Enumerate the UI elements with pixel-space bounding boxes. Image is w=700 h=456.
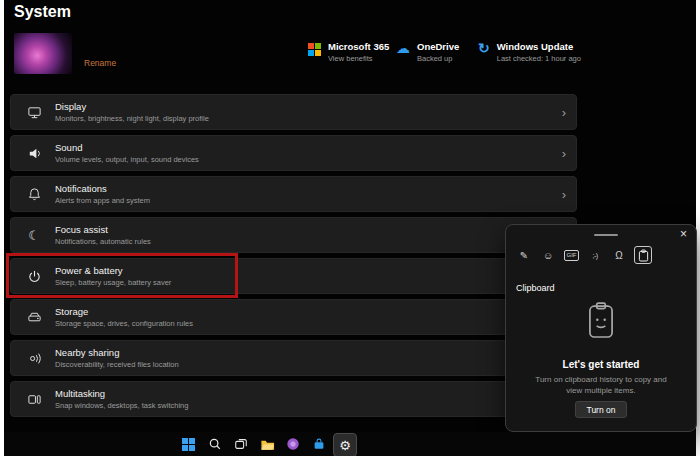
status-subtitle: Last checked: 1 hour ago <box>497 54 581 63</box>
clipboard-tab-icon[interactable] <box>634 246 652 264</box>
chevron-right-icon: › <box>562 187 566 202</box>
settings-item-title: Notifications <box>55 183 150 194</box>
status-onedrive[interactable]: ☁ OneDrive Backed up <box>396 41 459 63</box>
settings-item-focus-assist[interactable]: ☾ Focus assist Notifications, automatic … <box>10 217 577 253</box>
photos-app-icon <box>286 437 300 451</box>
photos-app-button[interactable] <box>285 436 301 452</box>
status-subtitle: Backed up <box>417 54 459 63</box>
status-title: Microsoft 365 <box>328 41 389 52</box>
settings-item-subtitle: Volume levels, output, input, sound devi… <box>55 155 199 164</box>
settings-item-multitasking[interactable]: Multitasking Snap windows, desktops, tas… <box>10 381 577 417</box>
settings-item-subtitle: Discoverability, received files location <box>55 360 179 369</box>
display-icon <box>26 104 42 120</box>
settings-item-subtitle: Notifications, automatic rules <box>55 237 151 246</box>
settings-taskbar-button[interactable]: ⚙ <box>333 433 357 456</box>
multitasking-icon <box>26 391 42 407</box>
ink-pen-icon[interactable]: ✎ <box>515 246 533 264</box>
store-button[interactable] <box>311 436 327 452</box>
taskbar: ⚙ <box>4 432 696 456</box>
sound-icon <box>26 145 42 161</box>
page-title: System <box>14 3 71 21</box>
settings-item-title: Multitasking <box>55 388 188 399</box>
device-thumbnail <box>14 33 72 74</box>
focus-assist-moon-icon: ☾ <box>26 227 42 243</box>
settings-item-title: Sound <box>55 142 199 153</box>
task-view-button[interactable] <box>233 436 249 452</box>
nearby-sharing-icon <box>26 350 42 366</box>
settings-item-title: Focus assist <box>55 224 151 235</box>
kaomoji-icon[interactable]: ;-) <box>586 246 604 264</box>
file-explorer-icon <box>260 437 275 452</box>
rename-button[interactable]: Rename <box>84 58 116 68</box>
task-view-icon <box>234 437 248 451</box>
storage-drive-icon <box>26 309 42 325</box>
emoji-icon[interactable]: ☺ <box>539 246 557 264</box>
onedrive-cloud-icon: ☁ <box>396 41 410 55</box>
settings-window: System Rename Microsoft 365 View benefit… <box>4 0 696 456</box>
settings-item-subtitle: Snap windows, desktops, task switching <box>55 401 188 410</box>
start-button[interactable] <box>180 436 196 452</box>
clipboard-illustration-icon <box>585 301 617 345</box>
symbols-icon[interactable]: Ω <box>610 246 628 264</box>
settings-item-storage[interactable]: Storage Storage space, drives, configura… <box>10 299 577 335</box>
status-subtitle: View benefits <box>328 54 389 63</box>
settings-item-subtitle: Alerts from apps and system <box>55 196 150 205</box>
search-icon <box>208 437 222 451</box>
status-title: Windows Update <box>497 41 581 52</box>
settings-item-subtitle: Sleep, battery usage, battery saver <box>55 278 171 287</box>
windows-update-icon: ↻ <box>478 41 490 55</box>
file-explorer-button[interactable] <box>259 436 275 452</box>
settings-item-power-battery[interactable]: Power & battery Sleep, battery usage, ba… <box>10 258 577 294</box>
settings-item-notifications[interactable]: Notifications Alerts from apps and syste… <box>10 176 577 212</box>
chevron-right-icon: › <box>562 105 566 120</box>
settings-item-title: Storage <box>55 306 193 317</box>
clipboard-tab-row: ✎ ☺ GIF ;-) Ω <box>515 246 652 264</box>
power-icon <box>26 268 42 284</box>
microsoft-365-icon <box>308 43 321 56</box>
settings-item-nearby-sharing[interactable]: Nearby sharing Discoverability, received… <box>10 340 577 376</box>
settings-item-title: Power & battery <box>55 265 171 276</box>
windows-logo-icon <box>182 438 195 451</box>
clipboard-heading: Let's get started <box>506 359 696 370</box>
settings-item-sound[interactable]: Sound Volume levels, output, input, soun… <box>10 135 577 171</box>
settings-item-title: Display <box>55 101 209 112</box>
clipboard-panel: × ✎ ☺ GIF ;-) Ω Clipboard Let's get <box>505 224 697 432</box>
drag-handle[interactable] <box>594 234 618 236</box>
close-icon[interactable]: × <box>680 227 687 241</box>
search-button[interactable] <box>207 436 223 452</box>
settings-item-display[interactable]: Display Monitors, brightness, night ligh… <box>10 94 577 130</box>
settings-item-subtitle: Monitors, brightness, night light, displ… <box>55 114 209 123</box>
gif-icon[interactable]: GIF <box>564 250 579 261</box>
turn-on-button[interactable]: Turn on <box>575 401 627 418</box>
clipboard-description: Turn on clipboard history to copy and vi… <box>530 374 672 396</box>
status-microsoft-365[interactable]: Microsoft 365 View benefits <box>308 41 389 63</box>
status-windows-update[interactable]: ↻ Windows Update Last checked: 1 hour ag… <box>478 41 581 63</box>
settings-item-title: Nearby sharing <box>55 347 179 358</box>
notifications-bell-icon <box>26 186 42 202</box>
clipboard-panel-title: Clipboard <box>516 283 555 293</box>
gear-icon: ⚙ <box>339 439 351 452</box>
chevron-right-icon: › <box>562 146 566 161</box>
store-icon <box>312 437 326 451</box>
status-title: OneDrive <box>417 41 459 52</box>
settings-item-subtitle: Storage space, drives, configuration rul… <box>55 319 193 328</box>
